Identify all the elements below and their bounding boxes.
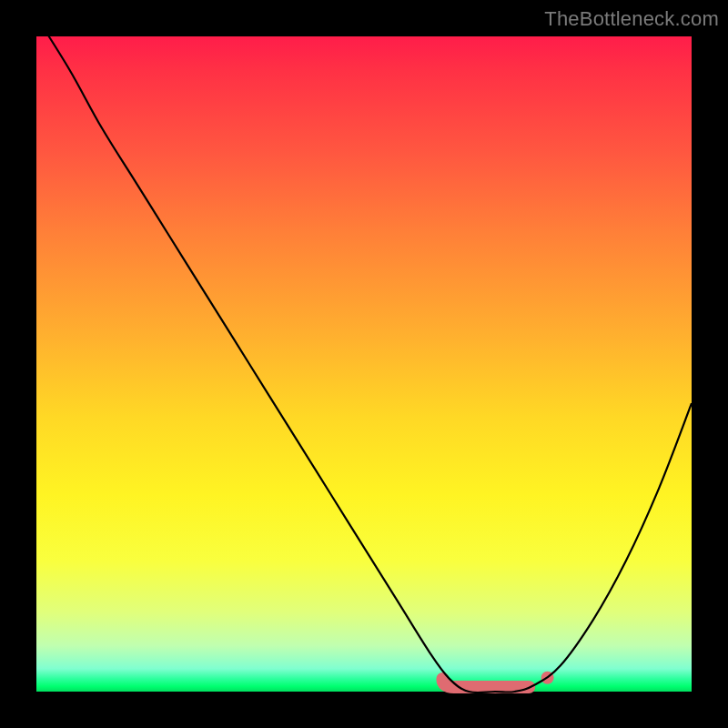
watermark-text: TheBottleneck.com (544, 7, 719, 31)
plot-area (36, 36, 692, 692)
optimal-range-marker (442, 679, 529, 687)
chart-frame: TheBottleneck.com (0, 0, 728, 728)
bottleneck-curve (36, 16, 692, 693)
chart-svg (36, 36, 692, 692)
